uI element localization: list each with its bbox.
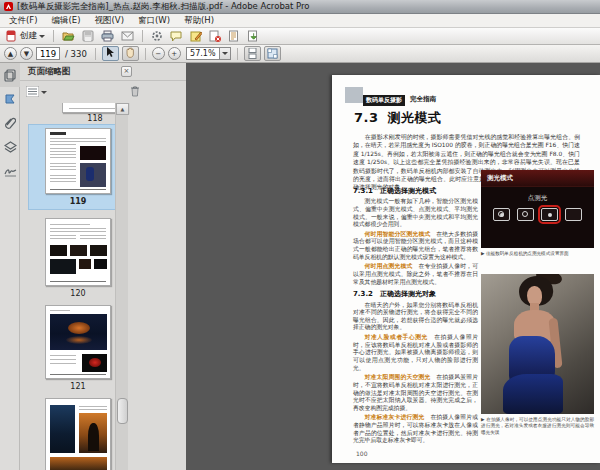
create-pdf-button[interactable]: 创建 xyxy=(4,29,47,43)
paragraph: 测光模式一般有如下几种，智能分区测光模式、偏重中央测光模式、点测光模式、平均测光… xyxy=(353,198,478,229)
paragraph: 何时用智能分区测光模式 在绝大多数拍摄场合都可以使用智能分区测光模式，而且这种模… xyxy=(353,231,478,262)
page-number-input[interactable] xyxy=(36,47,60,60)
runin-heading: 对准人脸或者手心测光 xyxy=(365,334,428,340)
trash-icon xyxy=(130,89,140,99)
fit-page-button[interactable] xyxy=(264,46,281,61)
subsection-731-heading: 7.3.1 正确选择测光模式 xyxy=(353,187,478,196)
attachments-panel-button[interactable] xyxy=(0,111,20,135)
navigation-pane-strip xyxy=(0,63,20,470)
evaluative-metering-icon xyxy=(493,208,510,221)
thumbnail-label-120: 120 xyxy=(45,289,111,298)
pdf-page: 数码单反摄影 完全指南 7.3测光模式 在摄影术刚发明的时候，摄影师需要凭借对光… xyxy=(332,75,600,463)
book-series-badge: 数码单反摄影 xyxy=(363,95,405,106)
paragraph: 何时用点测光模式 在专业拍摄人像时，可以采用点测光模式。除此之外，笔者不推荐在日… xyxy=(353,263,478,286)
hand-icon xyxy=(125,47,135,60)
sign-button[interactable] xyxy=(188,29,204,43)
cursor-arrow-icon xyxy=(106,47,115,60)
bookmarks-panel-button[interactable] xyxy=(0,87,20,111)
figure-caption-1: ▶ 佳能数码单反相机的点测光模式设置界面 xyxy=(481,251,594,257)
main-area: 页面缩略图 × xyxy=(0,63,600,470)
extract-pages-button[interactable] xyxy=(226,29,242,43)
scrollbar-thumb[interactable] xyxy=(117,398,128,424)
camera-menu-mode-label: 点测光 xyxy=(481,194,594,203)
thumbnail-page-121[interactable] xyxy=(45,305,111,379)
open-button[interactable] xyxy=(60,29,77,43)
options-list-icon xyxy=(26,86,39,99)
panel-scrollbar[interactable]: ▲ xyxy=(115,103,128,470)
section-number: 7.3 xyxy=(354,110,379,125)
comment-button[interactable] xyxy=(168,29,185,43)
doc-delete-icon xyxy=(209,30,221,42)
delete-pages-button[interactable] xyxy=(207,29,223,43)
delete-page-button[interactable] xyxy=(130,85,140,99)
menu-edit[interactable]: 编辑(E) xyxy=(45,15,88,27)
layers-panel-button[interactable] xyxy=(0,135,20,159)
panel-header: 页面缩略图 × xyxy=(20,63,186,81)
menu-file[interactable]: 文件(F) xyxy=(2,15,45,27)
gear-icon xyxy=(151,30,163,42)
panel-options-button[interactable] xyxy=(26,86,47,99)
paragraph: 对准人脸或者手心测光 在拍摄人像照片时，应该将数码单反相机对准人脸或者摄影师的手… xyxy=(353,334,478,372)
right-figure-column: 测光模式 点测光 ▶ 佳能数码单反相机的点测光模式设置界面 xyxy=(481,170,594,436)
spot-metering-icon-selected xyxy=(541,208,558,221)
partial-metering-icon xyxy=(517,208,534,221)
save-button[interactable] xyxy=(80,29,96,43)
thumbnail-label-119: 119 xyxy=(45,197,111,206)
metering-mode-icons xyxy=(481,208,594,221)
menu-view[interactable]: 视图(V) xyxy=(88,15,131,27)
runin-heading: 对准太阳周围的天空测光 xyxy=(365,374,431,380)
camera-menu-title: 测光模式 xyxy=(487,174,513,183)
thumbnail-page-119[interactable] xyxy=(45,128,111,194)
print-button[interactable] xyxy=(99,29,116,43)
chevron-down-icon xyxy=(41,91,47,94)
portrait-photo xyxy=(481,274,594,414)
left-text-column: 7.3.1 正确选择测光模式 测光模式一般有如下几种，智能分区测光模式、偏重中央… xyxy=(353,183,478,447)
figure-caption-2: ▶ 在拍摄人像时，可以使用点测光功能只对人物的脸部进行测光，若对准头发或者衣服进… xyxy=(481,417,594,436)
export-button[interactable] xyxy=(245,29,261,43)
create-label: 创建 xyxy=(20,30,37,42)
page-total-label: / 330 xyxy=(65,49,87,59)
title-bar: [数码单反摄影完全指南]_热点.赵岗.李相秋.扫描版.pdf - Adobe A… xyxy=(0,0,600,14)
email-button[interactable] xyxy=(119,29,136,43)
next-page-button[interactable]: ▼ xyxy=(20,47,33,60)
acrobat-window: [数码单反摄影完全指南]_热点.赵岗.李相秋.扫描版.pdf - Adobe A… xyxy=(0,0,600,470)
acrobat-app-icon xyxy=(4,2,13,11)
hand-tool-button[interactable] xyxy=(122,46,139,61)
center-weighted-metering-icon xyxy=(565,208,582,221)
book-title-text: 完全指南 xyxy=(410,95,436,104)
panel-close-button[interactable]: × xyxy=(121,66,132,77)
page-number: 100 xyxy=(356,450,367,457)
thumbnail-page-120[interactable] xyxy=(45,218,111,286)
main-toolbar: 创建 xyxy=(0,28,600,45)
comment-bubble-icon xyxy=(170,31,183,42)
signatures-panel-button[interactable] xyxy=(0,159,20,183)
document-canvas[interactable]: 数码单反摄影 完全指南 7.3测光模式 在摄影术刚发明的时候，摄影师需要凭借对光… xyxy=(186,63,600,470)
scrolling-mode-button[interactable] xyxy=(244,46,261,61)
menu-window[interactable]: 窗口(W) xyxy=(131,15,177,27)
menu-help[interactable]: 帮助(H) xyxy=(177,15,221,27)
thumbnail-label-121: 121 xyxy=(45,382,111,391)
zoom-dropdown-button[interactable] xyxy=(220,47,231,60)
select-tool-button[interactable] xyxy=(102,46,119,61)
header-decoration xyxy=(345,87,363,103)
page-nav-toolbar: ▲ ▼ / 330 − + 57.1% xyxy=(0,45,600,63)
zoom-in-button[interactable]: + xyxy=(168,47,181,60)
menu-bar: 文件(F) 编辑(E) 视图(V) 窗口(W) 帮助(H) xyxy=(0,14,600,28)
settings-button[interactable] xyxy=(149,29,165,43)
camera-menu-figure: 测光模式 点测光 xyxy=(481,170,594,248)
section-title: 7.3测光模式 xyxy=(354,109,442,127)
scroll-up-icon[interactable]: ▲ xyxy=(116,103,129,115)
thumbnail-page-122[interactable] xyxy=(45,398,111,470)
previous-page-button[interactable]: ▲ xyxy=(4,47,17,60)
panel-toolbar xyxy=(20,81,186,103)
thumbnails-panel-button[interactable] xyxy=(0,63,20,87)
subsection-732-heading: 7.3.2 正确选择测光对象 xyxy=(353,290,478,299)
window-title: [数码单反摄影完全指南]_热点.赵岗.李相秋.扫描版.pdf - Adobe A… xyxy=(17,1,310,13)
paragraph: 在晴天的户外，如果您分别将数码单反相机对准不同的景物进行测光，将会获得完全不同的… xyxy=(353,302,478,333)
runin-heading: 对准标准灰卡进行测光 xyxy=(365,414,425,420)
thumbnail-list: 118 xyxy=(20,103,186,470)
zoom-level-value[interactable]: 57.1% xyxy=(186,47,220,60)
doc-export-icon xyxy=(247,30,259,42)
paragraph: 对准标准灰卡进行测光 在拍摄人像照片或者静物产品照片时，可以将标准灰卡放在人像或… xyxy=(353,414,478,445)
zoom-out-button[interactable]: − xyxy=(152,47,165,60)
